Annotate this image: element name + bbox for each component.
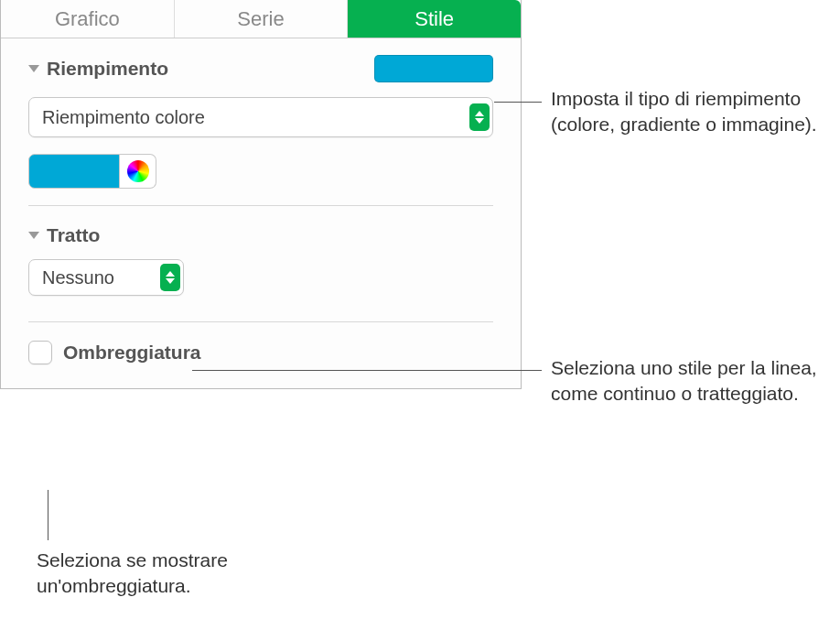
stroke-section: Tratto Nessuno (28, 224, 493, 296)
stroke-title: Tratto (47, 224, 100, 246)
callout-stroke: Seleziona uno stile per la linea, come c… (551, 355, 825, 407)
fill-section-header: Riempimento (28, 55, 493, 82)
tab-grafico[interactable]: Grafico (1, 0, 175, 38)
tab-serie[interactable]: Serie (175, 0, 349, 38)
style-inspector-panel: Grafico Serie Stile Riempimento Riempime… (0, 0, 522, 389)
chevron-down-icon[interactable] (28, 65, 39, 72)
panel-body: Riempimento Riempimento colore (1, 38, 521, 388)
select-stepper-icon (469, 103, 490, 131)
fill-title-wrap: Riempimento (28, 58, 168, 80)
stroke-style-value: Nessuno (42, 267, 114, 288)
divider (28, 321, 493, 322)
fill-title: Riempimento (47, 58, 168, 80)
fill-type-value: Riempimento colore (42, 107, 205, 128)
stroke-title-wrap: Tratto (28, 224, 100, 246)
shadow-checkbox[interactable] (28, 341, 52, 364)
fill-type-select[interactable]: Riempimento colore (28, 97, 493, 137)
select-stepper-icon (160, 264, 180, 291)
callout-line (494, 102, 542, 103)
divider (28, 205, 493, 206)
callout-line (192, 370, 542, 371)
color-picker-button[interactable] (120, 154, 156, 189)
fill-preview-swatch[interactable] (374, 55, 493, 82)
shadow-label: Ombreggiatura (63, 342, 201, 364)
callout-shadow: Seleziona se mostrare un'ombreggiatura. (37, 548, 311, 600)
fill-color-row (28, 154, 493, 189)
fill-color-swatch[interactable] (28, 154, 120, 189)
shadow-row: Ombreggiatura (28, 341, 493, 364)
callout-fill: Imposta il tipo di riempimento (colore, … (551, 86, 825, 138)
stroke-section-header: Tratto (28, 224, 493, 246)
tab-stile[interactable]: Stile (348, 0, 521, 38)
inspector-tabs: Grafico Serie Stile (1, 0, 521, 38)
chevron-down-icon[interactable] (28, 232, 39, 239)
callout-line (48, 490, 48, 540)
color-wheel-icon (127, 160, 149, 182)
stroke-style-select[interactable]: Nessuno (28, 259, 184, 296)
